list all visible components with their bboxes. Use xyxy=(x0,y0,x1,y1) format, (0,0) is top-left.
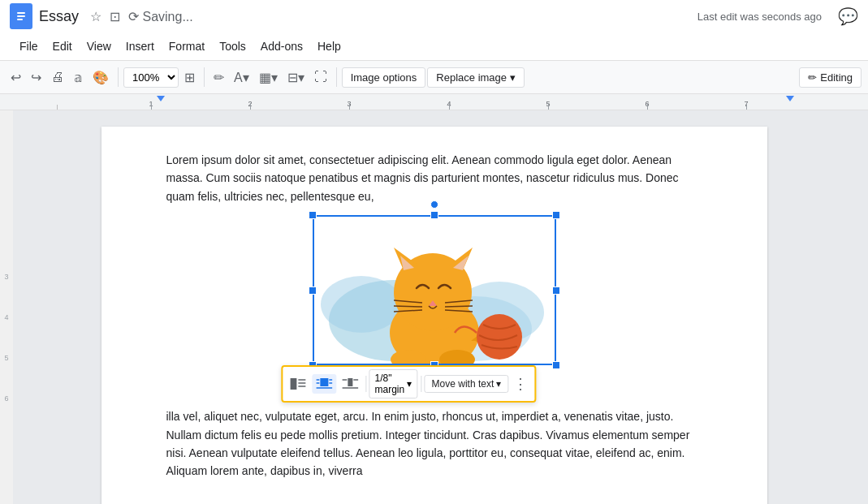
cat-image[interactable] xyxy=(313,215,556,365)
page-text-bottom: illa vel, aliquet nec, vulputate eget, a… xyxy=(166,407,702,480)
image-wrapper[interactable]: 1/8" margin ▾ Move with text ▾ ⋮ xyxy=(313,215,556,365)
inline-wrap-button[interactable] xyxy=(286,374,310,394)
title-icons: ☆ ⊡ ⟳ Saving... xyxy=(89,7,195,26)
menu-bar: File Edit View Insert Format Tools Add-o… xyxy=(0,32,868,60)
float-toolbar-divider xyxy=(365,376,366,392)
toolbar-divider-2 xyxy=(204,67,205,87)
menu-tools[interactable]: Tools xyxy=(213,37,253,56)
menu-addons[interactable]: Add-ons xyxy=(254,37,309,56)
menu-file[interactable]: File xyxy=(13,37,45,56)
doc-title[interactable]: Essay xyxy=(39,8,79,25)
move-with-text-label: Move with text xyxy=(432,378,494,390)
menu-insert[interactable]: Insert xyxy=(119,37,161,56)
handle-top-left[interactable] xyxy=(309,211,317,219)
handle-middle-left[interactable] xyxy=(309,286,317,295)
menu-edit[interactable]: Edit xyxy=(46,37,79,56)
redo-button[interactable]: ↪ xyxy=(27,67,45,88)
zoom-select[interactable]: 100% 75% 150% xyxy=(123,67,179,88)
editing-button[interactable]: ✏ Editing xyxy=(799,67,862,88)
handle-bottom-right[interactable] xyxy=(552,361,560,369)
paint-format-button[interactable]: 🎨 xyxy=(89,67,113,88)
move-with-text-button[interactable]: Move with text ▾ xyxy=(425,375,509,393)
float-toolbar-divider-2 xyxy=(421,376,421,392)
svg-rect-1 xyxy=(17,12,25,14)
svg-rect-2 xyxy=(17,15,25,17)
handle-top-center[interactable] xyxy=(430,211,438,219)
svg-rect-24 xyxy=(290,378,296,390)
svg-rect-28 xyxy=(320,378,328,386)
title-bar: Essay ☆ ⊡ ⟳ Saving... Last edit was seco… xyxy=(0,0,868,32)
edit-image-button[interactable]: ✏ xyxy=(209,67,228,88)
saving-text: ⟳ Saving... xyxy=(128,10,193,24)
undo-button[interactable]: ↩ xyxy=(6,67,25,88)
margin-select[interactable]: 1/8" margin ▾ xyxy=(369,369,417,398)
menu-view[interactable]: View xyxy=(80,37,118,56)
image-float-toolbar: 1/8" margin ▾ Move with text ▾ ⋮ xyxy=(281,365,536,403)
saving-spinner: ⟳ Saving... xyxy=(127,7,195,26)
image-container: 1/8" margin ▾ Move with text ▾ ⋮ xyxy=(166,215,702,365)
replace-image-button[interactable]: Replace image ▾ xyxy=(427,67,525,88)
app-icon xyxy=(10,3,32,29)
margin-label: 1/8" margin xyxy=(375,373,405,395)
highlight-color-button[interactable]: A▾ xyxy=(230,67,253,88)
svg-line-17 xyxy=(394,306,422,307)
menu-help[interactable]: Help xyxy=(311,37,348,56)
svg-rect-3 xyxy=(17,19,23,20)
replace-image-label: Replace image xyxy=(436,71,507,84)
toolbar-divider-3 xyxy=(336,67,337,87)
page-text-top: Lorem ipsum dolor sit amet, consectetuer… xyxy=(166,151,702,205)
last-edit-text: Last edit was seconds ago xyxy=(697,11,822,23)
crop-button[interactable]: ⛶ xyxy=(310,67,331,88)
editing-label: Editing xyxy=(820,71,853,84)
spellcheck-button[interactable]: 𝕒 xyxy=(70,67,87,88)
break-text-button[interactable] xyxy=(338,374,362,394)
image-options-button[interactable]: Image options xyxy=(342,67,426,88)
toolbar: ↩ ↪ 🖨 𝕒 🎨 100% 75% 150% ⊞ ✏ A▾ ▦▾ ⊟▾ ⛶ I… xyxy=(0,60,868,94)
svg-rect-34 xyxy=(348,378,352,386)
menu-format[interactable]: Format xyxy=(162,37,211,56)
layout-button[interactable]: ⊟▾ xyxy=(283,67,309,88)
margin-chevron: ▾ xyxy=(407,378,412,390)
svg-line-20 xyxy=(445,306,473,307)
left-margin: 3 4 5 6 xyxy=(0,110,13,504)
move-with-text-chevron: ▾ xyxy=(496,378,501,390)
border-button[interactable]: ▦▾ xyxy=(255,67,282,88)
toolbar-divider-1 xyxy=(118,67,119,87)
handle-top-right[interactable] xyxy=(552,211,560,219)
wrap-text-button[interactable] xyxy=(312,374,336,394)
chat-icon[interactable]: 💬 xyxy=(838,6,858,26)
page-area: 3 4 5 6 Lorem ipsum dolor sit amet, cons… xyxy=(0,110,868,504)
print-button[interactable]: 🖨 xyxy=(47,67,68,88)
svg-point-6 xyxy=(321,276,402,333)
ruler: 1 2 3 4 5 6 7 xyxy=(0,94,868,110)
fit-button[interactable]: ⊞ xyxy=(180,67,199,88)
folder-icon[interactable]: ⊡ xyxy=(108,7,122,26)
replace-image-chevron: ▾ xyxy=(510,71,516,84)
edit-pencil-icon: ✏ xyxy=(808,71,817,84)
handle-middle-right[interactable] xyxy=(552,286,560,295)
document-page: Lorem ipsum dolor sit amet, consectetuer… xyxy=(101,127,767,504)
more-options-button[interactable]: ⋮ xyxy=(510,373,531,394)
star-icon[interactable]: ☆ xyxy=(89,7,103,26)
rotate-handle[interactable] xyxy=(430,200,438,209)
